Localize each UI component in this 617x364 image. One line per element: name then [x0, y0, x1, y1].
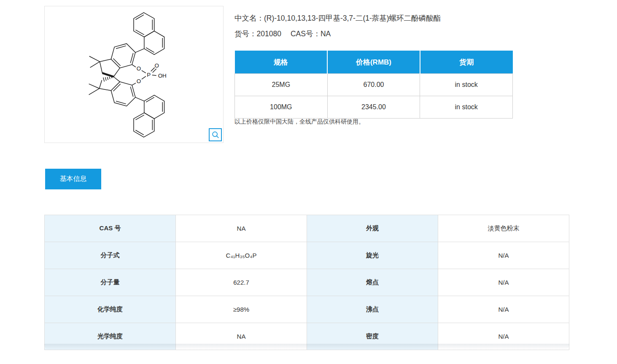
product-sku-line: 货号：201080CAS号：NA [234, 29, 331, 39]
sku-label: 货号： [234, 30, 257, 38]
info-value: NA [176, 215, 307, 242]
product-name-line: 中文名：(R)-10,10,13,13-四甲基-3,7-二(1-萘基)螺环二酚磷… [234, 13, 441, 23]
info-label: 分子式 [45, 242, 176, 269]
content-bottom-shadow [44, 344, 569, 350]
pricing-header-availability: 货期 [420, 51, 513, 74]
info-value: N/A [438, 296, 569, 323]
table-row: 分子量 622.7 熔点 N/A [45, 269, 569, 296]
cas-value: NA [321, 30, 331, 38]
cas-label: CAS号： [291, 30, 321, 38]
price-cell: 670.00 [327, 74, 420, 96]
atom-o-double: O [154, 62, 159, 69]
basic-info-table: CAS 号 NA 外观 淡黄色粉末 分子式 C₄₁H₃₅O₄P 旋光 N/A 分… [44, 215, 569, 350]
pricing-header-spec: 规格 [235, 51, 328, 74]
info-label: 化学纯度 [45, 296, 176, 323]
pricing-row: 100MG 2345.00 in stock [235, 96, 513, 119]
table-row: CAS 号 NA 外观 淡黄色粉末 [45, 215, 569, 242]
pricing-header-row: 规格 价格(RMB) 货期 [235, 51, 513, 74]
info-value: 淡黄色粉末 [438, 215, 569, 242]
info-label: 沸点 [307, 296, 438, 323]
availability-cell: in stock [420, 74, 513, 96]
spec-cell: 100MG [235, 96, 328, 119]
info-label: CAS 号 [45, 215, 176, 242]
info-label: 分子量 [45, 269, 176, 296]
info-label: 外观 [307, 215, 438, 242]
molecule-atom-labels: O O P O OH [137, 62, 167, 84]
pricing-header-price: 价格(RMB) [327, 51, 420, 74]
info-value: N/A [438, 269, 569, 296]
product-structure-image: O O P O OH [44, 6, 224, 143]
product-name: (R)-10,10,13,13-四甲基-3,7-二(1-萘基)螺环二酚磷酸酯 [264, 14, 441, 22]
atom-p: P [147, 72, 151, 78]
product-page: { "product": { "cn_name_label": "中文名：", … [0, 0, 617, 364]
info-label: 熔点 [307, 269, 438, 296]
info-value: N/A [438, 242, 569, 269]
table-row: 分子式 C₄₁H₃₅O₄P 旋光 N/A [45, 242, 569, 269]
atom-oh: OH [158, 73, 167, 79]
info-value: ≥98% [176, 296, 307, 323]
info-value: 622.7 [176, 269, 307, 296]
table-row: 化学纯度 ≥98% 沸点 N/A [45, 296, 569, 323]
molecule-structure-svg: O O P O OH [45, 6, 223, 143]
info-label: 旋光 [307, 242, 438, 269]
product-name-label: 中文名： [234, 14, 264, 22]
pricing-table: 规格 价格(RMB) 货期 25MG 670.00 in stock 100MG… [234, 51, 513, 119]
atom-o-top: O [137, 65, 141, 72]
zoom-image-button[interactable] [209, 128, 222, 141]
info-value: C₄₁H₃₅O₄P [176, 242, 307, 269]
availability-cell: in stock [420, 96, 513, 119]
price-cell: 2345.00 [327, 96, 420, 119]
sku-value: 201080 [257, 30, 281, 38]
tab-basic-info[interactable]: 基本信息 [45, 169, 101, 189]
magnifier-icon [211, 130, 220, 140]
pricing-row: 25MG 670.00 in stock [235, 74, 513, 96]
atom-o-bottom: O [137, 78, 141, 84]
spec-cell: 25MG [235, 74, 328, 96]
pricing-note: 以上价格仅限中国大陆，全线产品仅供科研使用。 [234, 118, 364, 126]
